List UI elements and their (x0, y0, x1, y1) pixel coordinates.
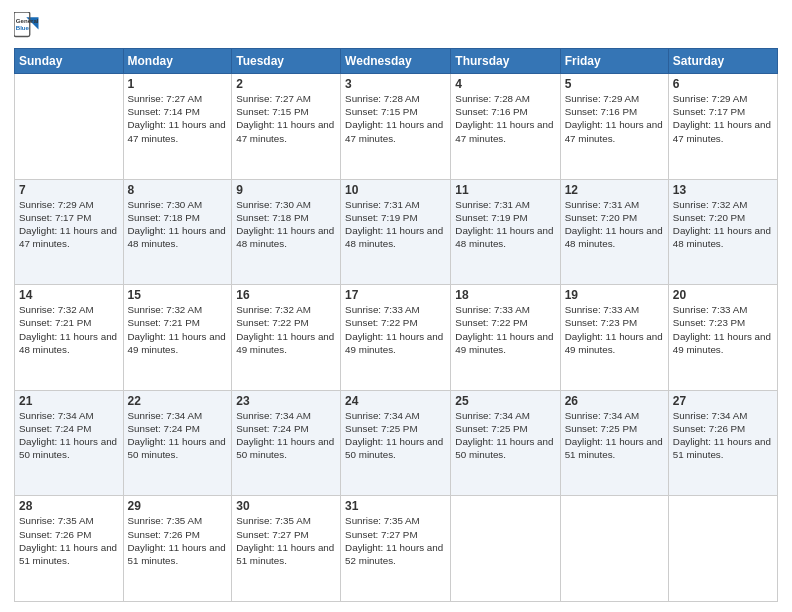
day-cell: 23Sunrise: 7:34 AM Sunset: 7:24 PM Dayli… (232, 390, 341, 496)
day-cell: 4Sunrise: 7:28 AM Sunset: 7:16 PM Daylig… (451, 74, 560, 180)
day-number: 14 (19, 288, 119, 302)
day-info: Sunrise: 7:34 AM Sunset: 7:24 PM Dayligh… (236, 409, 336, 462)
day-cell: 22Sunrise: 7:34 AM Sunset: 7:24 PM Dayli… (123, 390, 232, 496)
day-info: Sunrise: 7:33 AM Sunset: 7:23 PM Dayligh… (565, 303, 664, 356)
week-row-2: 7Sunrise: 7:29 AM Sunset: 7:17 PM Daylig… (15, 179, 778, 285)
page-container: General Blue SundayMondayTuesdayWednesda… (0, 0, 792, 612)
day-info: Sunrise: 7:32 AM Sunset: 7:21 PM Dayligh… (128, 303, 228, 356)
day-info: Sunrise: 7:30 AM Sunset: 7:18 PM Dayligh… (236, 198, 336, 251)
page-header: General Blue (14, 12, 778, 40)
day-cell: 10Sunrise: 7:31 AM Sunset: 7:19 PM Dayli… (341, 179, 451, 285)
day-info: Sunrise: 7:34 AM Sunset: 7:24 PM Dayligh… (128, 409, 228, 462)
day-number: 27 (673, 394, 773, 408)
day-cell: 2Sunrise: 7:27 AM Sunset: 7:15 PM Daylig… (232, 74, 341, 180)
day-cell: 9Sunrise: 7:30 AM Sunset: 7:18 PM Daylig… (232, 179, 341, 285)
day-number: 22 (128, 394, 228, 408)
day-number: 12 (565, 183, 664, 197)
day-info: Sunrise: 7:34 AM Sunset: 7:25 PM Dayligh… (565, 409, 664, 462)
day-info: Sunrise: 7:28 AM Sunset: 7:16 PM Dayligh… (455, 92, 555, 145)
day-cell: 3Sunrise: 7:28 AM Sunset: 7:15 PM Daylig… (341, 74, 451, 180)
column-header-thursday: Thursday (451, 49, 560, 74)
week-row-5: 28Sunrise: 7:35 AM Sunset: 7:26 PM Dayli… (15, 496, 778, 602)
logo: General Blue (14, 12, 44, 40)
day-number: 11 (455, 183, 555, 197)
day-number: 20 (673, 288, 773, 302)
column-header-wednesday: Wednesday (341, 49, 451, 74)
svg-text:Blue: Blue (16, 24, 30, 31)
day-number: 15 (128, 288, 228, 302)
day-number: 1 (128, 77, 228, 91)
day-number: 19 (565, 288, 664, 302)
day-info: Sunrise: 7:35 AM Sunset: 7:27 PM Dayligh… (345, 514, 446, 567)
day-number: 3 (345, 77, 446, 91)
day-number: 13 (673, 183, 773, 197)
day-cell: 7Sunrise: 7:29 AM Sunset: 7:17 PM Daylig… (15, 179, 124, 285)
day-info: Sunrise: 7:35 AM Sunset: 7:26 PM Dayligh… (128, 514, 228, 567)
day-info: Sunrise: 7:34 AM Sunset: 7:26 PM Dayligh… (673, 409, 773, 462)
day-number: 9 (236, 183, 336, 197)
logo-icon: General Blue (14, 12, 42, 40)
day-cell: 6Sunrise: 7:29 AM Sunset: 7:17 PM Daylig… (668, 74, 777, 180)
day-cell: 30Sunrise: 7:35 AM Sunset: 7:27 PM Dayli… (232, 496, 341, 602)
day-cell: 26Sunrise: 7:34 AM Sunset: 7:25 PM Dayli… (560, 390, 668, 496)
day-number: 5 (565, 77, 664, 91)
day-number: 8 (128, 183, 228, 197)
day-cell: 11Sunrise: 7:31 AM Sunset: 7:19 PM Dayli… (451, 179, 560, 285)
day-cell: 28Sunrise: 7:35 AM Sunset: 7:26 PM Dayli… (15, 496, 124, 602)
day-cell: 18Sunrise: 7:33 AM Sunset: 7:22 PM Dayli… (451, 285, 560, 391)
column-header-friday: Friday (560, 49, 668, 74)
day-number: 2 (236, 77, 336, 91)
week-row-1: 1Sunrise: 7:27 AM Sunset: 7:14 PM Daylig… (15, 74, 778, 180)
day-cell (668, 496, 777, 602)
day-cell (15, 74, 124, 180)
column-header-monday: Monday (123, 49, 232, 74)
day-info: Sunrise: 7:27 AM Sunset: 7:15 PM Dayligh… (236, 92, 336, 145)
calendar-header: SundayMondayTuesdayWednesdayThursdayFrid… (15, 49, 778, 74)
day-number: 7 (19, 183, 119, 197)
day-number: 18 (455, 288, 555, 302)
day-cell: 24Sunrise: 7:34 AM Sunset: 7:25 PM Dayli… (341, 390, 451, 496)
week-row-3: 14Sunrise: 7:32 AM Sunset: 7:21 PM Dayli… (15, 285, 778, 391)
day-number: 4 (455, 77, 555, 91)
day-number: 24 (345, 394, 446, 408)
day-cell: 15Sunrise: 7:32 AM Sunset: 7:21 PM Dayli… (123, 285, 232, 391)
column-header-saturday: Saturday (668, 49, 777, 74)
day-number: 6 (673, 77, 773, 91)
day-cell: 13Sunrise: 7:32 AM Sunset: 7:20 PM Dayli… (668, 179, 777, 285)
day-info: Sunrise: 7:34 AM Sunset: 7:24 PM Dayligh… (19, 409, 119, 462)
day-info: Sunrise: 7:30 AM Sunset: 7:18 PM Dayligh… (128, 198, 228, 251)
column-header-sunday: Sunday (15, 49, 124, 74)
day-info: Sunrise: 7:31 AM Sunset: 7:19 PM Dayligh… (345, 198, 446, 251)
day-cell: 27Sunrise: 7:34 AM Sunset: 7:26 PM Dayli… (668, 390, 777, 496)
day-number: 21 (19, 394, 119, 408)
day-cell: 17Sunrise: 7:33 AM Sunset: 7:22 PM Dayli… (341, 285, 451, 391)
day-number: 31 (345, 499, 446, 513)
day-number: 17 (345, 288, 446, 302)
day-cell: 8Sunrise: 7:30 AM Sunset: 7:18 PM Daylig… (123, 179, 232, 285)
day-info: Sunrise: 7:35 AM Sunset: 7:27 PM Dayligh… (236, 514, 336, 567)
day-info: Sunrise: 7:32 AM Sunset: 7:22 PM Dayligh… (236, 303, 336, 356)
calendar-body: 1Sunrise: 7:27 AM Sunset: 7:14 PM Daylig… (15, 74, 778, 602)
calendar-table: SundayMondayTuesdayWednesdayThursdayFrid… (14, 48, 778, 602)
day-cell: 20Sunrise: 7:33 AM Sunset: 7:23 PM Dayli… (668, 285, 777, 391)
day-number: 16 (236, 288, 336, 302)
day-cell: 21Sunrise: 7:34 AM Sunset: 7:24 PM Dayli… (15, 390, 124, 496)
day-info: Sunrise: 7:31 AM Sunset: 7:19 PM Dayligh… (455, 198, 555, 251)
week-row-4: 21Sunrise: 7:34 AM Sunset: 7:24 PM Dayli… (15, 390, 778, 496)
day-info: Sunrise: 7:31 AM Sunset: 7:20 PM Dayligh… (565, 198, 664, 251)
day-cell (451, 496, 560, 602)
day-cell (560, 496, 668, 602)
day-info: Sunrise: 7:27 AM Sunset: 7:14 PM Dayligh… (128, 92, 228, 145)
day-info: Sunrise: 7:33 AM Sunset: 7:22 PM Dayligh… (345, 303, 446, 356)
day-number: 26 (565, 394, 664, 408)
day-cell: 25Sunrise: 7:34 AM Sunset: 7:25 PM Dayli… (451, 390, 560, 496)
day-info: Sunrise: 7:34 AM Sunset: 7:25 PM Dayligh… (345, 409, 446, 462)
day-cell: 12Sunrise: 7:31 AM Sunset: 7:20 PM Dayli… (560, 179, 668, 285)
day-number: 10 (345, 183, 446, 197)
day-cell: 31Sunrise: 7:35 AM Sunset: 7:27 PM Dayli… (341, 496, 451, 602)
day-cell: 16Sunrise: 7:32 AM Sunset: 7:22 PM Dayli… (232, 285, 341, 391)
day-info: Sunrise: 7:28 AM Sunset: 7:15 PM Dayligh… (345, 92, 446, 145)
svg-text:General: General (16, 17, 39, 24)
day-info: Sunrise: 7:33 AM Sunset: 7:23 PM Dayligh… (673, 303, 773, 356)
day-number: 29 (128, 499, 228, 513)
